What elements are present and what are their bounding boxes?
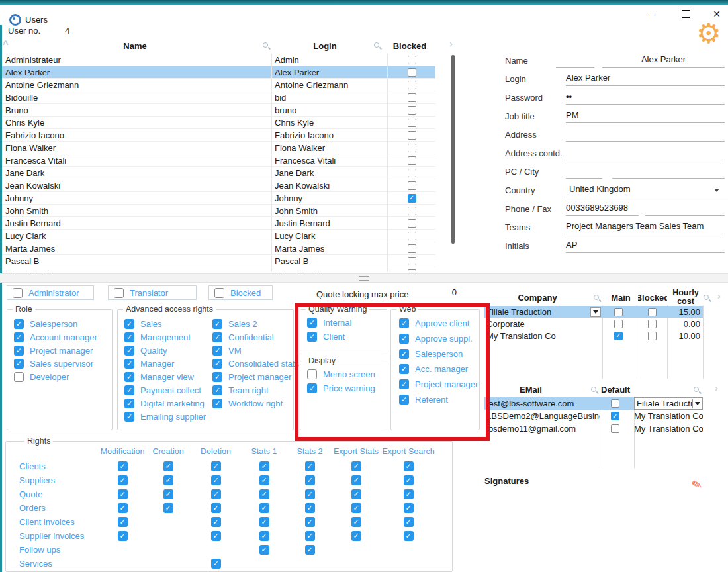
- checkbox[interactable]: [124, 319, 134, 329]
- table-row[interactable]: Jean Kowalski Jean Kowalski: [2, 179, 435, 192]
- teams-field[interactable]: Project Managers Team Sales Team: [566, 221, 725, 234]
- email-row[interactable]: test@lbs-software.com Filiale Traduction: [484, 397, 703, 410]
- rights-checkbox[interactable]: [118, 503, 128, 513]
- rights-checkbox[interactable]: [259, 461, 269, 471]
- table-row[interactable]: Chris Kyle Chris Kyle: [2, 117, 435, 129]
- maximize-button[interactable]: [676, 7, 696, 21]
- table-row[interactable]: Jane Dark Jane Dark: [2, 167, 435, 179]
- table-row[interactable]: Lucy Clark Lucy Clark: [2, 230, 435, 242]
- blocked-checkbox[interactable]: [408, 232, 416, 240]
- table-row[interactable]: Bidouille bid: [2, 91, 435, 104]
- checkbox[interactable]: [14, 372, 24, 382]
- table-row[interactable]: Marta James Marta James: [2, 242, 435, 255]
- blocked-checkbox[interactable]: [408, 119, 416, 127]
- rights-checkbox[interactable]: [351, 489, 361, 499]
- dropdown-button[interactable]: [590, 307, 601, 317]
- blocked-checkbox[interactable]: [408, 244, 416, 253]
- checkbox-item[interactable]: Approve client: [399, 316, 479, 331]
- password-field[interactable]: ••: [566, 91, 725, 105]
- rights-checkbox[interactable]: [211, 559, 221, 569]
- rights-checkbox[interactable]: [404, 461, 414, 471]
- email-company-cell[interactable]: My Translation Co: [634, 410, 703, 422]
- checkbox[interactable]: [214, 288, 224, 298]
- checkbox-item[interactable]: Quality: [124, 344, 206, 357]
- expand-panel-icon[interactable]: ›: [449, 40, 453, 48]
- blocked-checkbox[interactable]: [408, 269, 416, 272]
- dropdown-button[interactable]: [692, 399, 703, 408]
- rights-checkbox[interactable]: [163, 461, 173, 471]
- checkbox-item[interactable]: Consolidated stats: [212, 357, 299, 370]
- rights-checkbox[interactable]: [163, 475, 173, 485]
- checkbox[interactable]: [399, 318, 409, 328]
- checkbox[interactable]: [307, 332, 317, 342]
- checkbox[interactable]: [124, 372, 134, 382]
- checkbox[interactable]: [14, 346, 24, 356]
- table-row[interactable]: Pierre Feuille Pierre Feuille: [2, 267, 435, 271]
- checkbox-item[interactable]: Acc. manager: [399, 361, 479, 377]
- column-header-login[interactable]: Login: [268, 41, 382, 51]
- checkbox-item[interactable]: Management: [124, 330, 206, 344]
- checkbox-item[interactable]: Developer: [14, 370, 112, 383]
- table-row[interactable]: Administrateur Admin: [2, 54, 435, 66]
- checkbox-item[interactable]: Digital marketing: [124, 397, 206, 410]
- checkbox-item[interactable]: Account manager: [14, 330, 112, 344]
- checkbox-item[interactable]: Sales supervisor: [14, 357, 112, 370]
- rights-checkbox[interactable]: [163, 489, 173, 499]
- blocked-checkbox[interactable]: [408, 81, 416, 89]
- rights-checkbox[interactable]: [305, 475, 315, 485]
- main-checkbox[interactable]: [614, 320, 623, 328]
- title-bar[interactable]: Users: [0, 5, 728, 25]
- rights-checkbox[interactable]: [259, 531, 269, 541]
- rights-checkbox[interactable]: [163, 503, 173, 513]
- checkbox-item[interactable]: Sales 2: [212, 317, 299, 330]
- rights-checkbox[interactable]: [404, 475, 414, 485]
- rights-checkbox[interactable]: [118, 475, 128, 485]
- postcode-field[interactable]: [566, 166, 602, 179]
- column-header-blocked[interactable]: Blocked: [382, 41, 437, 51]
- checkbox-item[interactable]: Price warning: [307, 381, 387, 395]
- name-prefix-field[interactable]: [556, 54, 594, 68]
- address-contd-field[interactable]: [566, 147, 725, 160]
- default-checkbox[interactable]: [611, 424, 619, 433]
- blocked-checkbox[interactable]: [408, 144, 416, 152]
- checkbox-item[interactable]: Salesperson: [399, 346, 479, 361]
- checkbox[interactable]: [307, 369, 317, 379]
- blocked-checkbox[interactable]: [408, 156, 416, 165]
- blocked-checkbox[interactable]: [408, 68, 416, 77]
- table-row[interactable]: Francesca Vitali Francesca Vitali: [2, 154, 435, 167]
- checkbox-item[interactable]: Internal: [307, 316, 387, 330]
- horizontal-splitter[interactable]: [0, 273, 728, 283]
- checkbox[interactable]: [307, 383, 317, 393]
- company-row[interactable]: My Translation Co 10.00: [484, 330, 703, 342]
- search-icon[interactable]: [704, 295, 711, 302]
- rights-checkbox[interactable]: [211, 531, 221, 541]
- rights-checkbox[interactable]: [259, 517, 269, 527]
- hourly-cost-column-header[interactable]: Hourlycost: [668, 289, 703, 306]
- checkbox-item[interactable]: Payment collect: [124, 383, 206, 397]
- checkbox[interactable]: [14, 332, 24, 342]
- blocked-checkbox[interactable]: [408, 106, 416, 115]
- rights-checkbox[interactable]: [305, 461, 315, 471]
- flag-checkbox-item[interactable]: Translator: [108, 285, 197, 300]
- rights-checkbox[interactable]: [259, 489, 269, 499]
- rights-checkbox[interactable]: [259, 545, 269, 555]
- rights-checkbox[interactable]: [305, 503, 315, 513]
- blocked-checkbox[interactable]: [408, 181, 416, 190]
- default-column-header[interactable]: Default: [601, 385, 630, 395]
- company-row[interactable]: Corporate 0.00: [484, 318, 703, 330]
- checkbox-item[interactable]: Project manager: [212, 370, 299, 383]
- main-checkbox[interactable]: [614, 332, 623, 340]
- rights-checkbox[interactable]: [211, 461, 221, 471]
- checkbox[interactable]: [212, 399, 222, 408]
- chevron-down-icon[interactable]: [714, 189, 719, 192]
- default-checkbox[interactable]: [611, 399, 619, 408]
- rights-checkbox[interactable]: [211, 489, 221, 499]
- address-field[interactable]: [566, 128, 725, 142]
- checkbox-item[interactable]: Confidential: [212, 330, 299, 344]
- blocked-checkbox[interactable]: [408, 131, 416, 140]
- rights-checkbox[interactable]: [305, 545, 315, 555]
- checkbox[interactable]: [212, 372, 222, 382]
- checkbox[interactable]: [212, 359, 222, 369]
- checkbox-item[interactable]: Approve suppl.: [399, 331, 479, 346]
- checkbox[interactable]: [212, 319, 222, 329]
